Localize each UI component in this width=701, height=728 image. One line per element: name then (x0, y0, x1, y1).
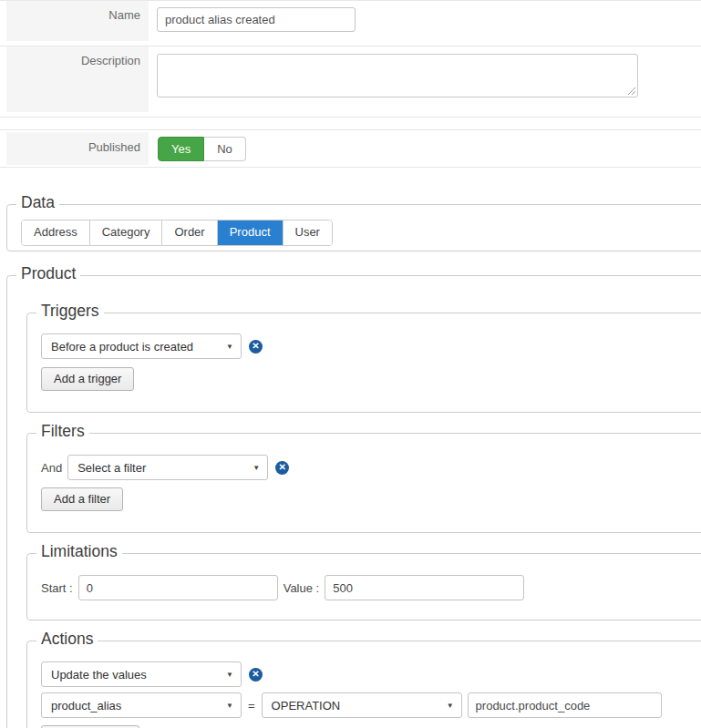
add-filter-button[interactable]: Add a filter (41, 487, 123, 511)
add-trigger-button[interactable]: Add a trigger (41, 367, 134, 391)
data-type-order[interactable]: Order (161, 220, 216, 245)
data-type-product[interactable]: Product (217, 220, 283, 245)
equals-sign: = (248, 699, 255, 713)
chevron-down-icon: ▼ (226, 702, 233, 710)
general-form-table: Name Description (0, 0, 701, 118)
action-value-input[interactable] (468, 692, 662, 718)
data-type-group: Address Category Order Product User (21, 220, 333, 246)
description-textarea[interactable] (157, 54, 638, 97)
published-row: Published Yes No (0, 130, 701, 168)
remove-action-icon[interactable]: ✕ (249, 668, 263, 682)
description-label: Description (6, 46, 149, 112)
chevron-down-icon: ▼ (447, 702, 454, 710)
action-type-row: Update the values ▼ ✕ (41, 661, 701, 687)
action-field-select[interactable]: product_alias ▼ (41, 692, 242, 718)
action-field-select-value: product_alias (51, 699, 121, 713)
action-operation-select-value: OPERATION (272, 699, 341, 713)
chevron-down-icon: ▼ (253, 464, 260, 472)
filter-select-value: Select a filter (77, 461, 146, 475)
data-type-category[interactable]: Category (89, 220, 162, 245)
published-label: Published (6, 132, 149, 165)
trigger-row: Before a product is created ▼ ✕ (41, 333, 701, 359)
name-label: Name (6, 1, 149, 41)
action-select[interactable]: Update the values ▼ (41, 661, 242, 687)
name-value-cell (157, 1, 356, 32)
start-label: Start : (41, 581, 73, 595)
product-legend: Product (16, 264, 80, 283)
limitations-legend: Limitations (36, 542, 122, 561)
remove-trigger-icon[interactable]: ✕ (249, 340, 263, 354)
actions-legend: Actions (36, 630, 98, 649)
data-type-user[interactable]: User (283, 220, 332, 245)
value-label: Value : (283, 581, 320, 595)
triggers-fieldset: Triggers Before a product is created ▼ ✕… (26, 313, 701, 413)
data-legend: Data (16, 193, 59, 212)
triggers-legend: Triggers (36, 302, 104, 321)
chevron-down-icon: ▼ (226, 671, 233, 679)
data-type-address[interactable]: Address (22, 220, 89, 245)
published-toggle: Yes No (158, 137, 246, 161)
filter-row: And Select a filter ▼ ✕ (41, 455, 701, 480)
published-yes-button[interactable]: Yes (158, 137, 204, 161)
action-select-value: Update the values (51, 668, 147, 682)
trigger-select-value: Before a product is created (51, 340, 193, 354)
limitations-row: Start : Value : (41, 575, 701, 600)
filter-operator-label: And (41, 461, 62, 475)
filters-fieldset: Filters And Select a filter ▼ ✕ Add a fi… (26, 433, 701, 533)
filters-legend: Filters (36, 422, 89, 441)
actions-fieldset: Actions Update the values ▼ ✕ product_al… (26, 641, 701, 728)
data-fieldset: Data Address Category Order Product User (6, 204, 701, 251)
limitations-fieldset: Limitations Start : Value : (26, 553, 701, 620)
start-input[interactable] (78, 575, 278, 600)
name-row: Name (0, 1, 701, 46)
value-input[interactable] (325, 575, 524, 600)
description-value-cell (157, 46, 638, 97)
remove-filter-icon[interactable]: ✕ (275, 461, 289, 475)
resize-handle[interactable] (626, 86, 635, 95)
product-fieldset: Product Triggers Before a product is cre… (6, 275, 701, 728)
action-operation-select[interactable]: OPERATION ▼ (262, 692, 462, 718)
name-input[interactable] (157, 7, 356, 32)
published-table: Published Yes No (0, 129, 701, 168)
filter-select[interactable]: Select a filter ▼ (67, 455, 268, 480)
trigger-select[interactable]: Before a product is created ▼ (41, 333, 242, 359)
action-detail-row: product_alias ▼ = OPERATION ▼ (41, 692, 701, 718)
description-row: Description (0, 46, 701, 118)
chevron-down-icon: ▼ (226, 343, 233, 351)
published-no-button[interactable]: No (204, 137, 246, 161)
